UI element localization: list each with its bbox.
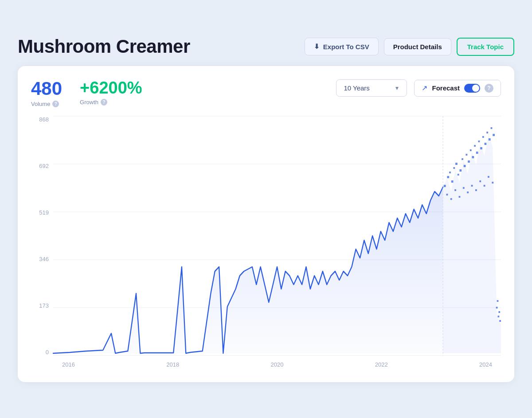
svg-rect-16 (464, 165, 466, 167)
svg-rect-32 (450, 198, 452, 200)
svg-rect-29 (491, 127, 493, 129)
svg-rect-14 (459, 169, 462, 172)
svg-rect-7 (444, 185, 446, 187)
svg-rect-33 (454, 189, 456, 191)
x-label-2016: 2016 (62, 361, 75, 368)
svg-rect-45 (499, 320, 501, 322)
time-period-selector[interactable]: 10 Years ▼ (336, 79, 407, 97)
svg-rect-37 (471, 185, 473, 187)
svg-rect-43 (496, 307, 498, 309)
svg-rect-46 (497, 300, 499, 302)
y-label-692: 692 (39, 163, 49, 169)
track-topic-button[interactable]: Track Topic (457, 38, 514, 56)
svg-rect-40 (484, 185, 485, 187)
metrics-left: 480 Volume ? +6200% Growth ? (31, 79, 142, 107)
svg-rect-15 (462, 158, 463, 160)
svg-rect-30 (493, 134, 495, 136)
page-container: Mushroom Creamer ⬇ Export To CSV Product… (9, 27, 523, 391)
download-icon: ⬇ (314, 43, 320, 51)
y-label-868: 868 (39, 116, 49, 123)
forecast-control: ↗ Forecast ? (414, 80, 501, 97)
growth-metric: +6200% Growth ? (80, 79, 142, 105)
svg-rect-9 (449, 172, 451, 173)
svg-rect-41 (488, 176, 489, 178)
volume-help-icon[interactable]: ? (52, 101, 59, 107)
svg-rect-12 (455, 163, 458, 165)
svg-rect-42 (492, 182, 493, 184)
growth-help-icon[interactable]: ? (101, 99, 107, 105)
time-period-value: 10 Years (344, 84, 369, 92)
y-label-519: 519 (39, 209, 49, 216)
forecast-toggle[interactable] (464, 84, 480, 93)
chart-svg-container (53, 116, 501, 355)
svg-rect-26 (485, 143, 487, 145)
chart-controls: 10 Years ▼ ↗ Forecast ? (336, 79, 501, 97)
metrics-row: 480 Volume ? +6200% Growth ? 10 Years (31, 79, 501, 107)
main-card: 480 Volume ? +6200% Growth ? 10 Years (18, 66, 514, 382)
chevron-down-icon: ▼ (395, 85, 400, 91)
x-label-2022: 2022 (375, 361, 388, 368)
product-details-label: Product Details (393, 43, 442, 51)
track-topic-label: Track Topic (467, 43, 504, 51)
product-details-button[interactable]: Product Details (384, 38, 451, 55)
svg-rect-27 (486, 132, 488, 133)
svg-rect-8 (447, 176, 449, 178)
volume-value: 480 (31, 79, 62, 98)
svg-rect-31 (446, 194, 448, 195)
chart-area: 868 692 519 346 173 0 (31, 116, 501, 373)
growth-value: +6200% (80, 79, 142, 96)
svg-rect-25 (482, 136, 484, 138)
svg-rect-23 (478, 141, 480, 142)
x-label-2020: 2020 (271, 361, 284, 368)
svg-rect-10 (451, 180, 454, 183)
svg-rect-24 (480, 147, 482, 149)
main-chart (53, 116, 501, 355)
forecast-help-icon[interactable]: ? (485, 84, 493, 93)
svg-rect-28 (489, 138, 491, 141)
x-axis: 2016 2018 2020 2022 2024 (53, 355, 501, 373)
svg-rect-36 (467, 191, 469, 193)
svg-rect-47 (498, 311, 500, 313)
forecast-arrow-icon: ↗ (422, 84, 427, 92)
forecast-label: Forecast (432, 84, 460, 92)
y-axis: 868 692 519 346 173 0 (31, 116, 53, 355)
svg-rect-35 (463, 187, 465, 189)
svg-rect-22 (476, 152, 478, 154)
svg-rect-39 (479, 180, 481, 182)
svg-rect-20 (472, 156, 474, 158)
page-title: Mushroom Creamer (18, 36, 190, 57)
svg-rect-34 (459, 196, 461, 198)
svg-rect-21 (474, 145, 476, 147)
y-label-173: 173 (39, 302, 49, 309)
svg-rect-13 (458, 174, 459, 176)
svg-rect-44 (498, 316, 500, 317)
header-actions: ⬇ Export To CSV Product Details Track To… (305, 38, 514, 56)
x-label-2024: 2024 (479, 361, 492, 368)
export-label: Export To CSV (323, 43, 369, 51)
export-csv-button[interactable]: ⬇ Export To CSV (305, 38, 379, 55)
svg-rect-19 (470, 149, 472, 151)
svg-rect-18 (468, 160, 470, 163)
svg-rect-17 (466, 154, 468, 156)
volume-label: Volume ? (31, 101, 62, 107)
svg-rect-11 (453, 167, 455, 169)
volume-metric: 480 Volume ? (31, 79, 62, 107)
y-label-0: 0 (46, 349, 49, 355)
growth-label: Growth ? (80, 99, 142, 105)
y-label-346: 346 (39, 256, 49, 262)
page-header: Mushroom Creamer ⬇ Export To CSV Product… (18, 36, 514, 57)
x-label-2018: 2018 (166, 361, 179, 368)
svg-rect-38 (475, 189, 477, 191)
